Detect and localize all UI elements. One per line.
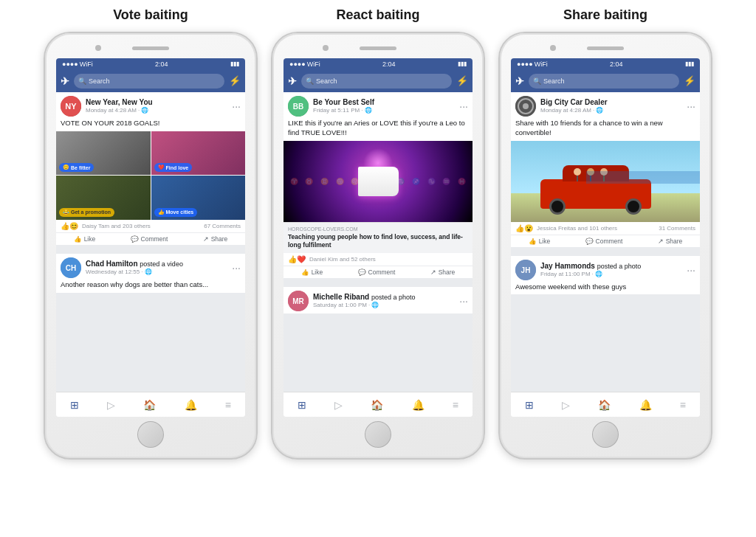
p3-action-row: 👍 Like 💬 Comment ↗ Share <box>511 235 700 247</box>
phone2-post2: MR Michelle Riband posted a photo Saturd… <box>284 287 472 313</box>
share-baiting-title: Share baiting <box>563 7 647 23</box>
phone3-search-bar[interactable]: 🔍 Search <box>529 74 679 89</box>
share-icon3: ↗ <box>658 238 664 245</box>
p2-post2-header: MR Michelle Riband posted a photo Saturd… <box>284 287 472 313</box>
phone2-bottom-nav: ⊞ ▷ 🏠 🔔 ≡ <box>284 392 472 417</box>
p3-post2-avatar: JH <box>515 260 536 280</box>
p2-reaction-icons: 👍❤️ <box>288 255 306 263</box>
nav-menu-icon[interactable]: ≡ <box>225 399 231 411</box>
p2-post1-more[interactable]: ··· <box>459 100 468 112</box>
phone2-screen: ●●●● WiFi 2:04 ▮▮▮ ✈ 🔍 Search <box>284 58 472 417</box>
share-button[interactable]: ↗ Share <box>203 235 228 243</box>
p2-post1-time: Friday at 5:11 PM · 🌐 <box>313 107 455 114</box>
status-time3: 2:04 <box>610 60 623 68</box>
p3-post1-time: Monday at 4:28 AM · 🌐 <box>540 107 682 114</box>
post1-more[interactable]: ··· <box>232 100 241 112</box>
phone3-notch <box>506 44 705 55</box>
p3-feed-divider <box>511 250 700 253</box>
phone1-screen: ●●●● WiFi 2:04 ▮▮▮ ✈ 🔍 Search <box>56 58 245 417</box>
phone3-column: Share baiting ●●●● WiFi 2:04 ▮▮▮ <box>498 7 712 460</box>
post2-more[interactable]: ··· <box>232 262 241 274</box>
p2-share-button[interactable]: ↗ Share <box>430 268 456 276</box>
nav3-home-icon[interactable]: ⊞ <box>525 399 534 411</box>
phone3-post2: JH Jay Hammonds posted a photo Friday at… <box>511 256 700 295</box>
nav-video-icon[interactable]: ▷ <box>107 399 115 411</box>
messenger-icon2[interactable]: ⚡ <box>456 75 468 86</box>
p3-like-button[interactable]: 👍 Like <box>529 238 551 245</box>
phone2-column: React baiting ●●●● WiFi 2:04 ▮▮▮ <box>271 7 485 460</box>
signal-icon: ●●●● <box>62 60 78 68</box>
vote-cell-tr: ❤️ Find love <box>151 131 246 176</box>
p2-reactions-left: 👍❤️ Daniel Kim and 52 others <box>288 255 376 263</box>
p2-like-button[interactable]: 👍 Like <box>301 268 323 276</box>
horoscope-image: ♈♉♊ ♋♌♍ ♎♏♐ ♑♒♓ <box>284 141 472 222</box>
phone3-home-button[interactable] <box>592 421 619 448</box>
p2-feed-divider <box>284 281 472 284</box>
post2-author: Chad Hamilton posted a video <box>86 260 227 268</box>
post2-header: CH Chad Hamilton posted a video Wednesda… <box>56 254 245 280</box>
svg-text:CH: CH <box>66 264 76 272</box>
p3-comment-button[interactable]: 💬 Comment <box>585 238 623 245</box>
comment-button[interactable]: 💬 Comment <box>131 235 168 243</box>
p2-comment-button[interactable]: 💬 Comment <box>358 268 396 276</box>
post1-author: New Year, New You <box>86 98 227 107</box>
p2-post1-author: Be Your Best Self <box>313 98 455 107</box>
nav-marketplace-icon[interactable]: 🏠 <box>143 399 156 411</box>
phone1-home-button[interactable] <box>137 421 164 448</box>
vote-label-tl: 😊 Be fitter <box>59 163 94 172</box>
react-baiting-title: React baiting <box>336 7 419 23</box>
p3-post1-text: Share with 10 friends for a chance to wi… <box>511 119 700 141</box>
comment-icon: 💬 <box>131 235 139 243</box>
nav3-notifications-icon[interactable]: 🔔 <box>639 399 652 411</box>
nav3-video-icon[interactable]: ▷ <box>562 399 570 411</box>
phone2-frame: ●●●● WiFi 2:04 ▮▮▮ ✈ 🔍 Search <box>271 32 485 460</box>
nav-home-icon[interactable]: ⊞ <box>70 399 79 411</box>
nav-notifications-icon[interactable]: 🔔 <box>185 399 197 411</box>
phone2-search-bar[interactable]: 🔍 Search <box>301 74 452 89</box>
vote-label-br: 👍 Move cities <box>154 208 198 217</box>
phones-row: Vote baiting ●●●● WiFi 2:04 ▮ <box>15 7 741 460</box>
p2-post2-more[interactable]: ··· <box>459 295 468 307</box>
car-wheel-left <box>549 198 566 215</box>
p3-reaction-count: Jessica Freitas and 101 others <box>537 225 617 232</box>
p3-post2-more[interactable]: ··· <box>687 264 695 276</box>
feed-divider <box>56 248 245 251</box>
phone1-speaker <box>132 46 169 50</box>
reaction-count: Daisy Tam and 203 others <box>82 223 151 229</box>
wifi-text: WiFi <box>307 60 320 68</box>
post2-meta: Chad Hamilton posted a video Wednesday a… <box>86 260 227 275</box>
phone1-feed: NY New Year, New You Monday at 4:28 AM ·… <box>56 92 245 392</box>
phone1-frame: ●●●● WiFi 2:04 ▮▮▮ ✈ 🔍 Search <box>44 32 258 460</box>
search-placeholder2: Search <box>316 77 337 85</box>
p3-post2-time: Friday at 11:00 PM · 🌐 <box>540 271 682 277</box>
search-icon2: 🔍 <box>306 77 314 85</box>
p3-post1-header: Big City Car Dealer Monday at 4:28 AM · … <box>511 92 700 119</box>
p3-post1-more[interactable]: ··· <box>687 100 695 112</box>
p3-share-button[interactable]: ↗ Share <box>658 238 683 245</box>
phone1-status-bar: ●●●● WiFi 2:04 ▮▮▮ <box>56 58 245 70</box>
status-time: 2:04 <box>155 60 168 68</box>
nav2-home-icon[interactable]: ⊞ <box>298 399 306 411</box>
like-button[interactable]: 👍 Like <box>74 235 96 243</box>
like-icon3: 👍 <box>529 238 537 245</box>
p3-reactions-row: 👍😮 Jessica Freitas and 101 others 31 Com… <box>511 222 700 235</box>
vote-cell-tl: 😊 Be fitter <box>56 131 151 176</box>
wifi-icon: WiFi <box>80 60 93 68</box>
svg-text:MR: MR <box>292 297 304 305</box>
p2-action-row: 👍 Like 💬 Comment ↗ Share <box>284 266 472 278</box>
nav2-marketplace-icon[interactable]: 🏠 <box>371 399 383 411</box>
phone2-home-button[interactable] <box>365 421 391 448</box>
vote-image-grid: 😊 Be fitter ❤️ Find love <box>56 131 245 220</box>
nav3-menu-icon[interactable]: ≡ <box>680 399 686 411</box>
status-left: ●●●● WiFi <box>62 60 93 68</box>
messenger-icon3[interactable]: ⚡ <box>684 75 695 86</box>
p2-post2-time: Saturday at 1:00 PM · 🌐 <box>313 302 455 308</box>
nav2-video-icon[interactable]: ▷ <box>334 399 343 411</box>
nav2-notifications-icon[interactable]: 🔔 <box>412 399 425 411</box>
nav2-menu-icon[interactable]: ≡ <box>453 399 458 411</box>
phone3-status-bar: ●●●● WiFi 2:04 ▮▮▮ <box>511 58 700 70</box>
nav3-marketplace-icon[interactable]: 🏠 <box>598 399 611 411</box>
messenger-icon[interactable]: ⚡ <box>229 75 241 86</box>
vote-cell-br: 👍 Move cities <box>151 176 246 220</box>
phone1-search-bar[interactable]: 🔍 Search <box>74 74 224 89</box>
